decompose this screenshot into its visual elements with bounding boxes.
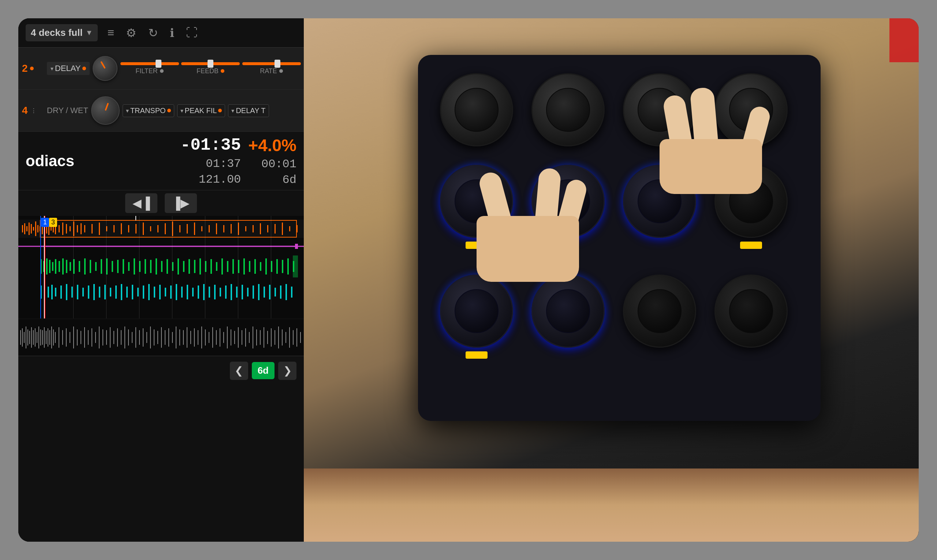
track-info: odiacs -01:35 01:37 121.00 +4.0% 00:01 6… xyxy=(18,132,304,190)
yellow-accent-btn-r3-1[interactable] xyxy=(466,351,488,359)
deck-selector[interactable]: 4 decks full ▼ xyxy=(26,24,98,42)
filter-slider-thumb[interactable] xyxy=(155,60,162,68)
svg-rect-220 xyxy=(198,330,198,345)
filter-slider-col: FILTER xyxy=(120,62,178,75)
transpo-button[interactable]: ▾ TRANSPO xyxy=(123,104,174,117)
peakfil-button[interactable]: ▾ PEAK FIL xyxy=(177,104,225,117)
svg-rect-166 xyxy=(28,329,28,346)
knob-r2-3[interactable] xyxy=(623,165,696,238)
svg-rect-205 xyxy=(143,328,143,347)
svg-rect-133 xyxy=(143,286,144,298)
list-icon[interactable]: ≡ xyxy=(105,24,116,42)
svg-rect-160 xyxy=(291,286,292,298)
svg-rect-237 xyxy=(260,330,261,345)
svg-rect-241 xyxy=(274,330,275,345)
svg-rect-136 xyxy=(159,285,161,299)
knob-r3-4[interactable] xyxy=(714,274,788,348)
waveform-canvas[interactable]: 1 3 xyxy=(18,216,304,318)
back-button[interactable]: ◀▐ xyxy=(125,193,157,213)
cue-marker-2[interactable]: 3 xyxy=(49,218,57,227)
knob-r1-3[interactable] xyxy=(623,73,696,146)
svg-rect-202 xyxy=(132,332,132,343)
svg-rect-228 xyxy=(227,326,228,348)
fx2-knob[interactable] xyxy=(91,96,120,125)
loop-icon[interactable]: ↻ xyxy=(146,24,160,42)
dry-wet-label-group: DRY / WET xyxy=(47,106,88,115)
knob-r1-4[interactable] xyxy=(714,73,788,146)
svg-rect-155 xyxy=(263,286,265,298)
nav-bar: ❮ 6d ❯ xyxy=(18,356,304,385)
overview-waveform[interactable] xyxy=(18,319,304,356)
svg-rect-159 xyxy=(286,284,287,300)
filter-slider-track[interactable] xyxy=(120,62,179,65)
svg-rect-107 xyxy=(276,259,278,274)
svg-rect-229 xyxy=(231,329,231,346)
controller-body xyxy=(418,55,821,421)
rate-slider-thumb[interactable] xyxy=(274,60,280,68)
svg-rect-97 xyxy=(222,258,223,274)
svg-rect-49 xyxy=(267,225,268,232)
knob-r3-2[interactable] xyxy=(531,274,605,348)
forward-button[interactable]: ▐▶ xyxy=(165,193,197,213)
svg-rect-86 xyxy=(161,261,163,272)
fx1-number: 2 xyxy=(22,63,28,74)
knob-r2-2[interactable] xyxy=(531,165,605,238)
svg-rect-185 xyxy=(69,332,70,343)
feedb-label: FEEDB xyxy=(197,67,218,75)
gear-icon[interactable]: ⚙ xyxy=(124,24,139,42)
svg-rect-168 xyxy=(31,327,32,348)
section-line-left xyxy=(40,216,41,318)
svg-rect-64 xyxy=(52,262,54,271)
knob-r3-3[interactable] xyxy=(623,274,696,348)
svg-rect-119 xyxy=(66,284,67,300)
feedb-slider-track[interactable] xyxy=(181,62,240,65)
svg-rect-91 xyxy=(189,259,190,274)
fx1-name-button[interactable]: ▾ DELAY xyxy=(47,62,90,75)
svg-rect-177 xyxy=(48,328,48,347)
next-button[interactable]: ❯ xyxy=(278,362,297,380)
svg-rect-222 xyxy=(205,329,206,346)
fx1-knob-dial[interactable] xyxy=(92,56,117,81)
delayt-button[interactable]: ▾ DELAY T xyxy=(228,104,269,117)
rate-slider-track[interactable] xyxy=(242,62,301,65)
knob-r1-2[interactable] xyxy=(531,73,605,146)
knob-r2-1[interactable] xyxy=(440,165,513,238)
svg-rect-147 xyxy=(220,288,221,297)
svg-rect-6 xyxy=(33,227,34,231)
svg-rect-48 xyxy=(260,223,261,234)
svg-rect-128 xyxy=(115,286,117,298)
svg-rect-140 xyxy=(181,286,183,298)
yellow-accent-btn-r2-4[interactable] xyxy=(740,242,762,249)
track-key: 6d xyxy=(283,173,297,187)
svg-rect-224 xyxy=(212,327,213,348)
fx1-knob[interactable] xyxy=(92,56,117,81)
svg-rect-72 xyxy=(84,258,86,274)
chevron-down-icon: ▼ xyxy=(86,29,93,37)
svg-rect-111 xyxy=(293,255,298,277)
svg-rect-158 xyxy=(280,286,282,298)
knob-r2-4[interactable] xyxy=(714,165,788,238)
fx2-knob-dial[interactable] xyxy=(91,96,120,125)
info-icon[interactable]: ℹ xyxy=(168,24,177,42)
svg-rect-85 xyxy=(155,258,157,274)
svg-rect-169 xyxy=(33,330,34,345)
svg-rect-52 xyxy=(289,226,290,231)
svg-rect-129 xyxy=(121,284,122,300)
svg-rect-126 xyxy=(104,285,106,299)
prev-button[interactable]: ❮ xyxy=(230,362,248,380)
expand-icon[interactable]: ⛶ xyxy=(184,24,200,42)
svg-rect-219 xyxy=(194,328,195,347)
feedb-slider-thumb[interactable] xyxy=(208,60,213,68)
rate-label: RATE xyxy=(260,67,277,75)
knob-r1-1[interactable] xyxy=(440,73,513,146)
svg-rect-164 xyxy=(24,332,25,343)
svg-rect-239 xyxy=(267,331,268,344)
deck-selector-label: 4 decks full xyxy=(31,27,83,38)
knob-r3-1[interactable] xyxy=(440,274,513,348)
cue-marker-1[interactable]: 1 xyxy=(41,218,49,227)
svg-rect-181 xyxy=(55,332,55,343)
svg-rect-134 xyxy=(148,284,150,300)
yellow-accent-btn-r2-1[interactable] xyxy=(466,242,488,249)
transpo-label: TRANSPO xyxy=(130,106,166,115)
chevron-small-icon: ▾ xyxy=(51,65,54,72)
